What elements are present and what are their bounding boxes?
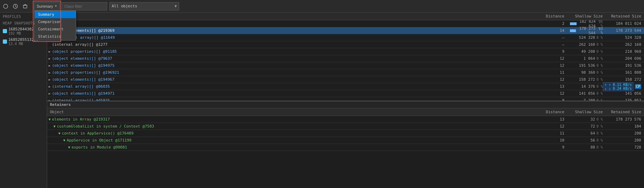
row-name: (internal array)[] @1277 <box>52 42 539 47</box>
dropdown-item-containment[interactable]: Containment <box>35 26 76 33</box>
retainer-row[interactable]: ▼ exports in Module @90081 9 88 0 % 728 <box>47 144 644 151</box>
row-retained: 218 968 <box>606 49 644 54</box>
row-shallow: 178 273 544 93 % <box>567 26 606 35</box>
row-retained: 200 <box>606 138 644 143</box>
net-down: ↓ ↓ 0.24 KB/s <box>605 87 632 91</box>
row-distance: – <box>539 35 567 40</box>
table-row[interactable]: ▶ (internal array)[] @86035 13 14 376 0 … <box>47 83 644 90</box>
expand-icon[interactable]: ▶ <box>47 63 52 68</box>
row-distance: 2 <box>539 21 567 26</box>
toolbar-icons <box>2 3 32 10</box>
table-row[interactable]: ▶ (internal array)[] @45925 8 7 208 0 % … <box>47 97 644 101</box>
class-filter-input[interactable] <box>62 2 107 10</box>
expand-icon[interactable]: ▶ <box>47 91 52 96</box>
record-icon[interactable] <box>2 3 9 10</box>
expand-icon[interactable]: ▼ <box>47 117 52 122</box>
row-shallow: 1 064 0 % <box>567 56 606 61</box>
summary-button[interactable]: Summary ▼ <box>34 2 60 10</box>
retainers-header: Retainers <box>47 101 644 108</box>
header-object: Object <box>47 14 539 19</box>
all-objects-dropdown[interactable]: All objects ▼ <box>109 2 179 10</box>
expand-icon[interactable]: ▼ <box>52 124 57 129</box>
row-retained: 158 272 <box>606 77 644 82</box>
table-row[interactable]: ▶ (object elements)[] @194975 12 191 536… <box>47 62 644 69</box>
row-name: context in AppService() @176489 <box>62 131 539 136</box>
dropdown-item-comparison[interactable]: Comparison <box>35 18 76 26</box>
row-distance: 12 <box>539 77 567 82</box>
summary-label: Summary <box>37 4 53 8</box>
retainers-table-header: Object Distance Shallow Size Retained Si… <box>47 108 644 116</box>
row-shallow: 191 536 0 % <box>567 63 606 68</box>
net-tooltip: ↑ ↑ 0.11 KB/s ↓ ↓ 0.24 KB/s <box>603 82 634 91</box>
row-distance: 13 <box>539 84 567 89</box>
expand-icon[interactable]: ▼ <box>67 145 72 150</box>
row-retained: 104 <box>606 124 644 129</box>
row-distance: 11 <box>539 70 567 75</box>
content-area: Object Distance Shallow Size Retained Si… <box>47 13 644 188</box>
row-name: AppService in Object @171199 <box>67 138 539 143</box>
expand-icon[interactable]: ▶ <box>47 84 52 89</box>
row-distance: 12 <box>539 124 567 129</box>
row-retained: 141 056 <box>606 91 644 96</box>
table-row[interactable]: ▶ (object elements)[] @194967 12 158 272… <box>47 76 644 83</box>
summary-dropdown[interactable]: Summary ▼ Summary Comparison Containment… <box>34 2 60 10</box>
row-name: customGlobalList in system / Context @75… <box>57 124 539 129</box>
row-shallow: 158 272 0 % <box>567 77 606 82</box>
row-distance: 9 <box>539 49 567 54</box>
table-row[interactable]: ▶ (internal array)[] @11649 – 524 328 0 … <box>47 34 644 41</box>
row-name: (object elements)[] @219369 <box>52 28 539 33</box>
row-shallow: 49 208 0 % <box>567 49 606 54</box>
row-shallow: 32 0 % <box>567 117 606 122</box>
table-header: Object Distance Shallow Size Retained Si… <box>47 13 644 20</box>
row-shallow: 64 0 % <box>567 131 606 136</box>
table-row[interactable]: ▶ (object elements)[] @79637 12 1 064 0 … <box>47 55 644 62</box>
row-retained: 191 536 <box>606 63 644 68</box>
shallow-bar <box>570 22 577 25</box>
dropdown-item-statistics[interactable]: Statistics <box>35 33 76 40</box>
table-row-highlighted[interactable]: ▶ (object elements)[] @219369 14 178 273… <box>47 27 644 34</box>
table-row[interactable]: ▶ 2 2 182 824 624 95 % 184 011 024 <box>47 20 644 27</box>
retainer-row[interactable]: ▼ customGlobalList in system / Context @… <box>47 123 644 130</box>
table-row[interactable]: ▶ (object elements)[] @194971 12 141 056… <box>47 90 644 97</box>
row-retained: 178 273 544 <box>606 28 644 33</box>
row-retained: 728 <box>606 145 644 150</box>
clock-icon[interactable] <box>12 3 19 10</box>
header-distance: Distance <box>539 14 567 19</box>
svg-point-0 <box>3 4 8 8</box>
row-shallow: 72 0 % <box>567 124 606 129</box>
row-name: exports in Module @90081 <box>72 145 539 150</box>
table-row[interactable]: ▶ (internal array)[] @1277 – 262 160 0 %… <box>47 41 644 48</box>
summary-arrow: ▼ <box>54 5 57 8</box>
dropdown-item-summary[interactable]: Summary <box>35 11 76 18</box>
expand-icon[interactable]: ▼ <box>57 131 62 136</box>
snapshot-icon-1 <box>3 39 7 44</box>
row-shallow: 7 208 0 % <box>567 98 606 101</box>
main-layout: PROFILES HEAP SNAPSHOTS 1685284430210 19… <box>0 13 644 188</box>
expand-icon[interactable]: ▶ <box>47 49 52 54</box>
table-row[interactable]: ▶ (object properties)[] @196921 11 98 36… <box>47 69 644 76</box>
row-distance: 14 <box>539 28 567 33</box>
svg-rect-6 <box>24 5 26 5</box>
row-retained: 135 952 <box>606 98 644 101</box>
expand-icon[interactable]: ▶ <box>47 70 52 75</box>
retainer-row[interactable]: ▼ context in AppService() @176489 11 64 … <box>47 130 644 137</box>
row-distance: 11 <box>539 131 567 136</box>
expand-icon[interactable]: ▶ <box>47 77 52 82</box>
retainers-header-shallow: Shallow Size <box>567 110 606 114</box>
trash-icon[interactable] <box>22 3 29 10</box>
row-name: (object properties)[] @196921 <box>52 70 539 75</box>
table-row[interactable]: ▶ (object properties)[] @91185 9 49 208 … <box>47 48 644 55</box>
expand-icon[interactable]: ▶ <box>47 56 52 61</box>
retainers-header-retained: Retained Size <box>606 110 644 114</box>
expand-icon[interactable]: ▼ <box>62 138 67 143</box>
expand-icon[interactable]: ▶ <box>47 98 52 101</box>
row-name: (internal array)[] @86035 <box>52 84 539 89</box>
row-shallow: 56 0 % <box>567 138 606 143</box>
row-distance: 12 <box>539 56 567 61</box>
retainer-row[interactable]: ▼ elements in Array @219317 13 32 0 % 17… <box>47 116 644 123</box>
all-objects-label: All objects <box>112 4 137 8</box>
retainer-row[interactable]: ▼ AppService in Object @171199 10 56 0 %… <box>47 137 644 144</box>
retainers-header-distance: Distance <box>539 110 567 114</box>
row-shallow: 88 0 % <box>567 145 606 150</box>
retainers-section: Retainers Object Distance Shallow Size R… <box>47 101 644 151</box>
